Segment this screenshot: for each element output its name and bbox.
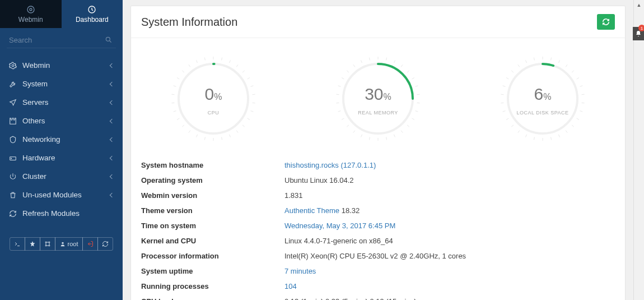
- svg-point-7: [45, 242, 46, 243]
- refresh-button[interactable]: [597, 14, 615, 30]
- info-value: 0.13 (1 min) 0.33 (5 mins) 0.19 (15 mins…: [284, 297, 417, 300]
- gauge-cpu: 0%CPU: [163, 54, 264, 145]
- info-label: Running processes: [141, 282, 284, 290]
- sidebar-item-un-used-modules[interactable]: Un-used Modules: [0, 186, 123, 204]
- svg-line-48: [407, 71, 409, 72]
- info-label: CPU load averages: [141, 297, 284, 300]
- info-row: Kernel and CPULinux 4.4.0-71-generic on …: [141, 233, 615, 248]
- gauge-value: 0%: [163, 85, 264, 104]
- svg-line-71: [353, 64, 355, 67]
- info-row: CPU load averages0.13 (1 min) 0.33 (5 mi…: [141, 294, 615, 300]
- svg-line-14: [222, 58, 222, 61]
- svg-point-0: [27, 6, 34, 13]
- info-value: 1.831: [284, 191, 303, 200]
- svg-line-33: [177, 118, 179, 120]
- sidebar-item-label: Others: [22, 117, 45, 125]
- tab-webmin[interactable]: Webmin: [0, 0, 62, 28]
- info-row: System hostnamethishosting.rocks (127.0.…: [141, 158, 615, 173]
- notifications-button[interactable]: 1: [633, 27, 644, 40]
- gauge-label: LOCAL DISK SPACE: [492, 110, 593, 116]
- logout-button[interactable]: [82, 237, 98, 251]
- info-value: Authentic Theme 18.32: [284, 206, 360, 215]
- shield-icon: [9, 136, 17, 144]
- svg-point-8: [49, 242, 50, 243]
- tab-webmin-label: Webmin: [18, 16, 43, 24]
- svg-line-55: [407, 125, 409, 127]
- svg-line-16: [236, 64, 238, 67]
- svg-line-69: [342, 78, 344, 80]
- svg-line-104: [534, 58, 534, 61]
- reload-button[interactable]: [97, 237, 113, 251]
- scrollbar[interactable]: ▲: [633, 0, 644, 300]
- gear-icon: [9, 62, 17, 70]
- tab-dashboard[interactable]: Dashboard: [62, 0, 123, 28]
- svg-line-101: [511, 71, 514, 72]
- svg-line-42: [204, 58, 205, 61]
- svg-line-40: [189, 64, 190, 67]
- svg-line-72: [361, 60, 362, 63]
- svg-line-63: [347, 125, 349, 127]
- svg-line-23: [248, 118, 250, 120]
- svg-line-76: [551, 58, 552, 61]
- svg-line-78: [566, 64, 567, 67]
- svg-line-47: [401, 64, 403, 67]
- refresh-icon: [602, 18, 610, 26]
- gauge-local-disk-space: 6%LOCAL DISK SPACE: [492, 54, 593, 145]
- info-label: Operating system: [141, 176, 284, 184]
- info-value[interactable]: Wednesday, May 3, 2017 6:45 PM: [284, 221, 395, 230]
- gauge-value: 6%: [492, 85, 593, 104]
- info-label: System hostname: [141, 161, 284, 169]
- svg-line-54: [412, 118, 414, 120]
- sidebar-item-others[interactable]: Others: [0, 112, 123, 130]
- sidebar-item-label: Networking: [22, 135, 60, 144]
- sidebar-item-hardware[interactable]: Hardware: [0, 149, 123, 167]
- sidebar-item-refresh-modules[interactable]: Refresh Modules: [0, 204, 123, 223]
- favorite-button[interactable]: [25, 237, 40, 251]
- trash-icon: [9, 191, 17, 199]
- plane-icon: [9, 99, 17, 107]
- user-button[interactable]: root: [55, 237, 83, 251]
- chevron-left-icon: [110, 137, 114, 141]
- svg-line-15: [229, 60, 230, 63]
- info-value[interactable]: 104: [284, 282, 297, 290]
- svg-line-64: [342, 118, 344, 120]
- chevron-left-icon: [110, 81, 114, 86]
- svg-line-100: [506, 78, 508, 80]
- svg-line-87: [566, 131, 567, 133]
- chevron-left-icon: [110, 100, 114, 104]
- search-input[interactable]: [7, 33, 116, 48]
- settings-button[interactable]: [40, 237, 55, 251]
- user-label: root: [68, 241, 78, 247]
- power-icon: [9, 173, 17, 181]
- scroll-up[interactable]: ▲: [634, 0, 644, 10]
- svg-point-1: [30, 8, 32, 11]
- tab-dashboard-label: Dashboard: [76, 16, 109, 24]
- sidebar-item-networking[interactable]: Networking: [0, 130, 123, 149]
- main-content: System Information 0%CPU30%REAL MEMORY6%…: [123, 0, 633, 300]
- svg-line-57: [394, 135, 395, 137]
- svg-line-85: [577, 118, 579, 120]
- svg-line-92: [525, 135, 526, 137]
- gauge-label: REAL MEMORY: [328, 110, 428, 116]
- svg-line-70: [347, 71, 349, 72]
- svg-line-41: [196, 60, 197, 63]
- sidebar-item-webmin[interactable]: Webmin: [0, 56, 123, 75]
- sidebar-item-servers[interactable]: Servers: [0, 93, 123, 112]
- sidebar-item-cluster[interactable]: Cluster: [0, 167, 123, 186]
- info-row: System uptime7 minutes: [141, 264, 615, 279]
- info-value[interactable]: 7 minutes: [284, 267, 316, 275]
- info-value: Ubuntu Linux 16.04.2: [284, 176, 354, 184]
- refresh-icon: [9, 210, 17, 218]
- terminal-button[interactable]: [10, 237, 25, 251]
- sidebar: WebminSystemServersOthersNetworkingHardw…: [0, 28, 123, 300]
- svg-line-49: [412, 78, 414, 80]
- svg-line-27: [222, 137, 222, 140]
- info-value[interactable]: thishosting.rocks (127.0.1.1): [284, 161, 376, 169]
- svg-line-60: [369, 137, 370, 140]
- info-label: System uptime: [141, 267, 284, 275]
- sidebar-item-label: Refresh Modules: [22, 209, 80, 218]
- sidebar-item-system[interactable]: System: [0, 75, 123, 93]
- svg-line-103: [525, 60, 526, 63]
- svg-line-18: [248, 78, 250, 80]
- gauge-value: 30%: [328, 85, 428, 104]
